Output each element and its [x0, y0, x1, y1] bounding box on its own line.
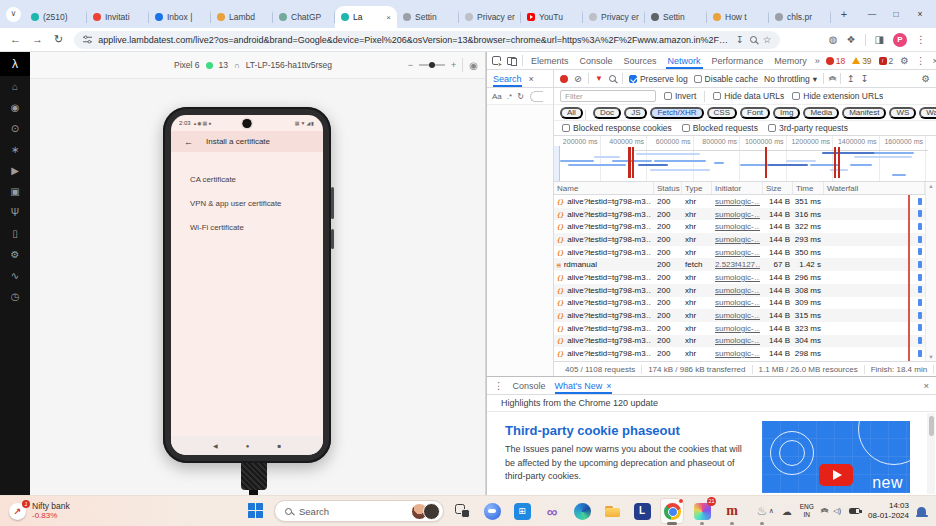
- table-row[interactable]: {}alive?testid=tg798-m3… 200 xhr sumolog…: [554, 233, 925, 246]
- devtools-menu-icon[interactable]: ⋮: [916, 55, 926, 66]
- reload-button[interactable]: ↻: [54, 34, 63, 45]
- throttling-dropdown[interactable]: No throttling▾: [764, 74, 817, 84]
- task-view-button[interactable]: [450, 498, 474, 524]
- zoom-icon[interactable]: [750, 36, 757, 43]
- install-app-icon[interactable]: ↧: [736, 34, 744, 45]
- battery-icon[interactable]: [849, 508, 860, 514]
- devtools-tab[interactable]: Memory: [772, 52, 809, 69]
- filter-pill[interactable]: Media: [803, 107, 839, 119]
- lambdatest-app-icon[interactable]: L: [630, 498, 654, 524]
- notifications-bell-icon[interactable]: [917, 507, 926, 516]
- app-testing-icon[interactable]: ∗: [0, 139, 30, 160]
- initiator-link[interactable]: sumologic-…: [715, 286, 760, 295]
- table-row[interactable]: {}alive?testid=tg798-m3… 200 xhr sumolog…: [554, 322, 925, 335]
- browser-tab[interactable]: Lambd: [211, 6, 273, 28]
- url-text[interactable]: applive.lambdatest.com/live2?os=android&…: [98, 35, 730, 45]
- column-header-type[interactable]: Type: [682, 182, 712, 194]
- profile-avatar[interactable]: P: [893, 33, 907, 47]
- regex-icon[interactable]: .*: [507, 92, 512, 101]
- search-close-icon[interactable]: ×: [529, 74, 534, 84]
- onedrive-icon[interactable]: ☁: [782, 506, 792, 517]
- edge-icon[interactable]: [570, 498, 594, 524]
- filter-pill[interactable]: Img: [773, 107, 800, 119]
- filter-pill[interactable]: All: [560, 107, 583, 119]
- browser-tab[interactable]: Privacy erro: [583, 6, 645, 28]
- network-settings-icon[interactable]: ⚙: [921, 73, 930, 84]
- initiator-link[interactable]: sumologic-…: [715, 349, 760, 358]
- initiator-link[interactable]: sumologic-…: [715, 298, 760, 307]
- browser-tab[interactable]: Settin: [397, 6, 459, 28]
- column-header-waterfall[interactable]: Waterfall: [824, 182, 925, 194]
- list-item[interactable]: Wi-Fi certificate: [171, 215, 323, 239]
- article-title[interactable]: Third-party cookie phaseout: [505, 423, 680, 438]
- list-item[interactable]: CA certificate: [171, 167, 323, 191]
- m-app-icon[interactable]: m .: [720, 498, 744, 524]
- forward-button[interactable]: →: [32, 34, 43, 45]
- filter-pill[interactable]: Fetch/XHR: [650, 107, 703, 119]
- initiator-link[interactable]: sumologic-…: [715, 222, 760, 231]
- address-bar[interactable]: applive.lambdatest.com/live2?os=android&…: [74, 31, 780, 49]
- table-scrollbar[interactable]: ▲ ▼: [925, 182, 936, 361]
- privacy-sandbox-icon[interactable]: ◍: [829, 34, 838, 45]
- language-indicator[interactable]: ENGIN: [800, 503, 814, 519]
- browser-tab[interactable]: How t: [707, 6, 769, 28]
- bookmark-star-icon[interactable]: ☆: [763, 34, 772, 45]
- volume-button[interactable]: [331, 187, 334, 219]
- play-button-icon[interactable]: [819, 464, 853, 486]
- widgets-button[interactable]: ↗1 Nifty bank -0.83%: [0, 496, 79, 526]
- browser-menu-icon[interactable]: ⋮: [916, 34, 926, 45]
- search-tab[interactable]: Search: [493, 70, 522, 87]
- zoom-slider-knob[interactable]: [429, 62, 435, 68]
- android-nav-home-icon[interactable]: ●: [246, 443, 250, 449]
- browser-tab[interactable]: Settin: [645, 6, 707, 28]
- hide-data-urls-checkbox[interactable]: Hide data URLs: [713, 91, 784, 101]
- filter-checkbox[interactable]: Blocked requests: [682, 123, 758, 133]
- back-button[interactable]: ←: [10, 34, 21, 45]
- browser-tab[interactable]: YouTu: [521, 6, 583, 28]
- export-har-icon[interactable]: ↧: [861, 73, 869, 84]
- drawer-tab-console[interactable]: Console: [513, 377, 546, 394]
- profile-icon[interactable]: ◉: [0, 97, 30, 118]
- browser-tab[interactable]: Privacy erro: [459, 6, 521, 28]
- devices-icon[interactable]: ▯: [0, 223, 30, 244]
- browser-tab[interactable]: La ×: [335, 6, 397, 28]
- table-row[interactable]: {}alive?testid=tg798-m3… 200 xhr sumolog…: [554, 284, 925, 297]
- filter-pill[interactable]: Manifest: [842, 107, 886, 119]
- zoom-out-button[interactable]: −: [408, 60, 413, 70]
- column-header-status[interactable]: Status: [654, 182, 682, 194]
- chrome-icon[interactable]: . .: [660, 498, 684, 524]
- filter-pill[interactable]: Wasm: [919, 107, 936, 119]
- maximize-button[interactable]: □: [884, 9, 908, 19]
- zoom-in-button[interactable]: +: [451, 60, 456, 70]
- initiator-link[interactable]: sumologic-…: [715, 324, 760, 333]
- table-row[interactable]: {}alive?testid=tg798-m3… 200 xhr sumolog…: [554, 309, 925, 322]
- drawer-tab-close-icon[interactable]: ×: [606, 381, 611, 391]
- new-tab-button[interactable]: +: [836, 7, 852, 23]
- phone-screen[interactable]: 2:03 ▴◉▦● ▦▼◢▮ ← Install a certificate C…: [171, 115, 323, 455]
- stream-quality-icon[interactable]: ◉: [469, 60, 478, 71]
- browser-tab[interactable]: Invitati: [87, 6, 149, 28]
- zoom-slider[interactable]: [419, 64, 445, 66]
- table-row[interactable]: ▤rdmanual 200 fetch 2.523f4127… 67 B 1.4…: [554, 258, 925, 271]
- drawer-tab-whats-new[interactable]: What's New×: [555, 377, 612, 394]
- checkbox-checked[interactable]: [629, 75, 637, 83]
- lambdatest-logo-icon[interactable]: λ: [0, 52, 30, 76]
- record-icon[interactable]: [560, 75, 568, 83]
- initiator-link[interactable]: sumologic-…: [715, 235, 760, 244]
- search-highlight-avatar[interactable]: [423, 503, 440, 520]
- automation-icon[interactable]: ∿: [0, 265, 30, 286]
- table-row[interactable]: {}alive?testid=tg798-m3… 200 xhr sumolog…: [554, 246, 925, 259]
- network-search-icon[interactable]: [609, 75, 616, 82]
- table-row[interactable]: {}alive?testid=tg798-m3… 200 xhr sumolog…: [554, 208, 925, 221]
- table-row[interactable]: {}alive?testid=tg798-m3… 200 xhr sumolog…: [554, 271, 925, 284]
- devtools-settings-icon[interactable]: ⚙: [900, 55, 909, 66]
- column-header-name[interactable]: Name: [554, 182, 654, 194]
- clock[interactable]: 14:03 08-01-2024: [868, 501, 909, 522]
- side-panel-icon[interactable]: ◨: [875, 34, 884, 45]
- checkbox[interactable]: [694, 75, 702, 83]
- table-row[interactable]: {}alive?testid=tg798-m3… 200 xhr sumolog…: [554, 195, 925, 208]
- android-nav-back-icon[interactable]: ◀: [213, 442, 218, 449]
- devtools-tab[interactable]: Network: [666, 52, 703, 69]
- column-header-size[interactable]: Size: [763, 182, 793, 194]
- table-row[interactable]: {}alive?testid=tg798-m3… 200 xhr sumolog…: [554, 347, 925, 360]
